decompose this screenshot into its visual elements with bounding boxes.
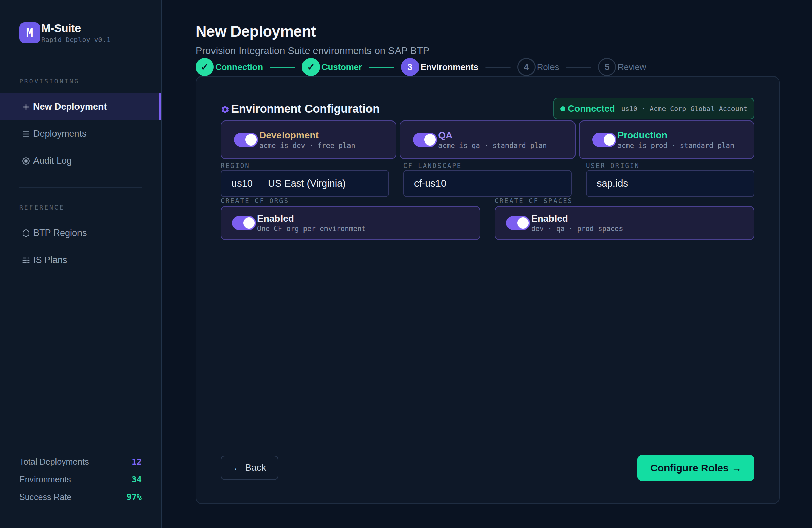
step-number: 3 [401,58,419,76]
field-region: REGION us10 — US East (Virginia) [221,162,389,197]
toggle-qa[interactable] [413,133,437,147]
list-icon [21,130,30,139]
step-check-icon: ✓ [195,58,214,76]
env-text: Production acme-is-prod · standard plan [618,130,735,149]
field-cf-landscape: CF LANDSCAPE cf-us10 [403,162,572,197]
environment-configuration-card: Environment Configuration Connected us10… [195,76,780,504]
user-origin-input[interactable]: sap.ids [586,170,754,197]
sidebar-divider-top [19,187,142,188]
status-dot-icon [560,106,565,111]
env-detail: acme-is-qa · standard plan [438,142,547,149]
switch-title: Enabled [531,213,623,224]
sidebar-item-deployments[interactable]: Deployments [0,120,161,147]
switch-title: Enabled [257,213,366,224]
step-connection[interactable]: ✓ Connection [195,58,263,76]
step-label: Connection [215,62,263,72]
card-header: Environment Configuration Connected us10… [221,98,754,119]
toggle-knob [245,134,257,145]
env-name: QA [438,130,547,141]
sidebar: M M-Suite Rapid Deploy v0.1 PROVISIONING… [0,0,162,528]
logo-badge: M [19,22,40,43]
step-label: Environments [421,62,478,72]
step-connector [485,67,510,68]
toggle-production[interactable] [592,133,617,147]
step-number: 4 [517,58,536,76]
stat-success-rate: Success Rate 97% [19,488,142,506]
stepper: ✓ Connection ✓ Customer 3 Environments 4… [195,58,780,76]
stat-value: 97% [127,492,142,502]
target-icon [21,157,30,166]
main: New Deployment Provision Integration Sui… [162,0,812,528]
environment-grid: Development acme-is-dev · free plan QA a… [221,120,754,159]
env-card-production[interactable]: Production acme-is-prod · standard plan [579,120,754,159]
stat-label: Total Deployments [19,457,89,467]
badge-meta: us10 · Acme Corp Global Account [621,104,748,113]
switch-text: Enabled One CF org per environment [257,213,366,233]
step-label: Review [618,62,646,72]
env-detail: acme-is-prod · standard plan [618,142,735,149]
back-button[interactable]: ← Back [221,456,278,480]
brand-tagline: Rapid Deploy v0.1 [41,35,111,44]
sidebar-nav-reference: BTP Regions IS Plans [0,220,161,274]
toggle-knob [517,217,529,229]
region-input[interactable]: us10 — US East (Virginia) [221,170,389,197]
step-roles[interactable]: 4 Roles [517,58,559,76]
sidebar-item-btp-regions[interactable]: BTP Regions [0,220,161,247]
field-user-origin: USER ORIGIN sap.ids [586,162,754,197]
fields-grid: REGION us10 — US East (Virginia) CF LAND… [221,162,754,197]
toggle-knob [243,217,255,229]
cf-landscape-input[interactable]: cf-us10 [403,170,572,197]
step-number: 5 [598,58,616,76]
sidebar-item-new-deployment[interactable]: New Deployment [0,94,161,120]
stat-value: 12 [132,457,142,467]
step-connector [566,67,591,68]
brand-text: M-Suite Rapid Deploy v0.1 [41,22,111,44]
sidebar-nav-provisioning: New Deployment Deployments Audit Log [0,94,161,175]
sidebar-item-label: New Deployment [33,102,107,112]
plus-icon [21,102,30,111]
field-label: CF LANDSCAPE [403,162,572,169]
step-connector [270,67,295,68]
env-detail: acme-is-dev · free plan [259,142,355,149]
switch-grid: CREATE CF ORGS Enabled One CF org per en… [221,197,754,240]
env-card-qa[interactable]: QA acme-is-qa · standard plan [400,120,575,159]
sidebar-item-label: Audit Log [33,156,72,166]
stat-label: Success Rate [19,492,71,502]
gear-icon [221,105,230,114]
sidebar-item-audit-log[interactable]: Audit Log [0,147,161,175]
field-label: USER ORIGIN [586,162,754,169]
toggle-knob [604,134,615,145]
sidebar-item-label: Deployments [33,129,87,139]
step-label: Roles [537,62,559,72]
env-text: QA acme-is-qa · standard plan [438,130,547,149]
page-title: New Deployment [195,23,780,40]
sidebar-spacer [0,274,161,431]
cf-spaces-card[interactable]: Enabled dev · qa · prod spaces [495,206,754,240]
toggle-development[interactable] [234,133,258,147]
sidebar-item-label: IS Plans [33,255,67,265]
step-review[interactable]: 5 Review [598,58,646,76]
switch-detail: dev · qa · prod spaces [531,225,623,233]
stat-total-deployments: Total Deployments 12 [19,453,142,470]
toggle-cf-spaces[interactable] [506,216,530,230]
create-cf-orgs: CREATE CF ORGS Enabled One CF org per en… [221,197,480,240]
env-name: Production [618,130,735,141]
toggle-cf-orgs[interactable] [232,216,256,230]
card-title: Environment Configuration [231,102,380,115]
stat-environments: Environments 34 [19,470,142,488]
switch-text: Enabled dev · qa · prod spaces [531,213,623,233]
step-check-icon: ✓ [302,58,320,76]
toggle-knob [424,134,436,145]
cf-orgs-card[interactable]: Enabled One CF org per environment [221,206,480,240]
card-spacer [221,240,754,455]
page-subtitle: Provision Integration Suite environments… [195,45,780,57]
step-environments[interactable]: 3 Environments [401,58,478,76]
env-card-development[interactable]: Development acme-is-dev · free plan [221,120,396,159]
sidebar-item-is-plans[interactable]: IS Plans [0,247,161,274]
switch-label: CREATE CF SPACES [495,197,754,204]
sidebar-divider-bottom [19,444,142,444]
sidebar-stats: Total Deployments 12 Environments 34 Suc… [19,453,142,528]
step-label: Customer [321,62,362,72]
step-customer[interactable]: ✓ Customer [302,58,362,76]
configure-roles-button[interactable]: Configure Roles → [637,455,754,481]
